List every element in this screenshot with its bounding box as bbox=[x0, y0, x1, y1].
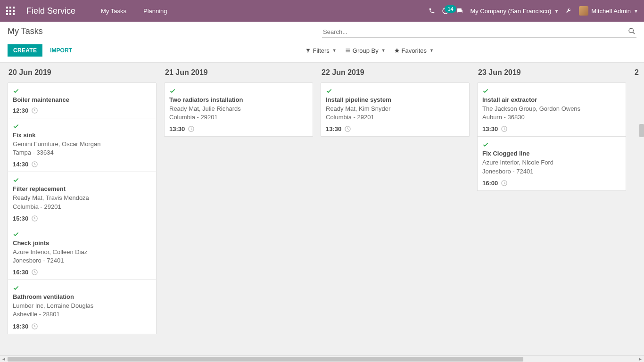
clock-icon bbox=[31, 107, 38, 114]
scrollbar-thumb[interactable] bbox=[8, 357, 523, 362]
create-button[interactable]: CREATE bbox=[8, 44, 42, 57]
task-title: Boiler maintenance bbox=[13, 96, 151, 103]
column-header[interactable]: 23 Jun 2019 bbox=[477, 68, 626, 77]
task-card[interactable]: Check jointsAzure Interior, Colleen Diaz… bbox=[8, 226, 157, 280]
check-icon bbox=[13, 123, 151, 130]
kanban-scroll[interactable]: 20 Jun 2019Boiler maintenance12:30Fix si… bbox=[0, 63, 644, 357]
filters-menu[interactable]: Filters ▼ bbox=[305, 47, 336, 54]
task-subline: Columbia - 29201 bbox=[169, 113, 308, 122]
search-box bbox=[322, 26, 636, 38]
kanban-column: 21 Jun 2019Two radiators installationRea… bbox=[164, 68, 313, 334]
task-footer: 16:30 bbox=[13, 269, 151, 276]
task-card[interactable]: Install pipeline systemReady Mat, Kim Sn… bbox=[321, 82, 470, 137]
chevron-down-icon: ▼ bbox=[429, 48, 434, 53]
app-name[interactable]: Field Service bbox=[26, 6, 75, 16]
task-card[interactable]: Fix sinkGemini Furniture, Oscar MorganTa… bbox=[8, 118, 157, 172]
clock-icon bbox=[501, 180, 508, 187]
favorites-menu[interactable]: Favorites ▼ bbox=[394, 47, 434, 54]
page-title: My Tasks bbox=[8, 26, 322, 36]
menu-planning[interactable]: Planning bbox=[139, 5, 172, 17]
vertical-scrollbar[interactable] bbox=[639, 124, 644, 137]
column-cards: Install pipeline systemReady Mat, Kim Sn… bbox=[321, 82, 470, 137]
navbar-right: 14 My Company (San Francisco) ▼ Mitchell… bbox=[429, 6, 638, 16]
task-title: Fix Clogged line bbox=[482, 150, 621, 157]
column-header[interactable]: 21 Jun 2019 bbox=[164, 68, 313, 77]
clock-icon bbox=[188, 125, 195, 132]
column-cards: Install air extractorThe Jackson Group, … bbox=[477, 82, 626, 191]
kanban-column: 23 Jun 2019Install air extractorThe Jack… bbox=[477, 68, 626, 334]
scroll-left-icon[interactable]: ◄ bbox=[0, 356, 8, 362]
user-name: Mitchell Admin bbox=[591, 8, 631, 15]
check-icon bbox=[13, 285, 151, 291]
task-title: Check joints bbox=[13, 239, 151, 247]
star-icon bbox=[394, 48, 400, 53]
task-subline: Jonesboro - 72401 bbox=[482, 167, 621, 176]
task-time: 13:30 bbox=[169, 125, 185, 132]
task-subline: Jonesboro - 72401 bbox=[13, 256, 151, 265]
task-subline: Azure Interior, Colleen Diaz bbox=[13, 248, 151, 256]
task-card[interactable]: Two radiators installationReady Mat, Jul… bbox=[164, 82, 313, 137]
svg-rect-2 bbox=[13, 7, 15, 8]
phone-icon[interactable] bbox=[429, 8, 435, 14]
tools-icon[interactable] bbox=[565, 8, 572, 15]
task-footer: 13:30 bbox=[326, 125, 464, 132]
task-subline: Auburn - 36830 bbox=[482, 113, 621, 122]
column-header[interactable]: 20 Jun 2019 bbox=[8, 68, 157, 77]
clock-icon bbox=[31, 161, 38, 168]
company-switcher[interactable]: My Company (San Francisco) ▼ bbox=[470, 8, 559, 15]
svg-rect-7 bbox=[9, 13, 11, 15]
activity-icon[interactable]: 14 bbox=[442, 7, 449, 15]
task-title: Filter replacement bbox=[13, 185, 151, 192]
apps-icon[interactable] bbox=[6, 6, 15, 16]
svg-rect-0 bbox=[6, 7, 8, 8]
task-time: 13:30 bbox=[326, 125, 341, 132]
svg-rect-4 bbox=[9, 10, 11, 12]
task-time: 14:30 bbox=[13, 161, 28, 168]
import-button[interactable]: IMPORT bbox=[44, 44, 78, 57]
task-time: 12:30 bbox=[13, 107, 28, 114]
column-cards: Boiler maintenance12:30Fix sinkGemini Fu… bbox=[8, 82, 157, 334]
discuss-icon[interactable] bbox=[456, 7, 463, 15]
column-header[interactable]: 2 bbox=[634, 68, 644, 77]
clock-icon bbox=[344, 125, 351, 132]
task-card[interactable]: Boiler maintenance12:30 bbox=[8, 82, 157, 118]
groupby-menu[interactable]: Group By ▼ bbox=[345, 47, 386, 54]
check-icon bbox=[13, 231, 151, 238]
column-header[interactable]: 22 Jun 2019 bbox=[321, 68, 470, 77]
task-card[interactable]: Install air extractorThe Jackson Group, … bbox=[477, 82, 626, 137]
task-subline: Tampa - 33634 bbox=[13, 148, 151, 157]
task-time: 16:30 bbox=[13, 269, 28, 276]
kanban-column: 22 Jun 2019Install pipeline systemReady … bbox=[321, 68, 470, 334]
task-subline: Ready Mat, Travis Mendoza bbox=[13, 194, 151, 202]
task-time: 16:00 bbox=[482, 180, 498, 187]
user-menu[interactable]: Mitchell Admin ▼ bbox=[579, 6, 638, 16]
task-card[interactable]: Bathroom ventilationLumber Inc, Lorraine… bbox=[8, 280, 157, 334]
scrollbar-track[interactable] bbox=[8, 356, 636, 362]
search-icon[interactable] bbox=[628, 27, 636, 35]
task-time: 18:30 bbox=[13, 323, 28, 330]
task-title: Install pipeline system bbox=[326, 96, 464, 103]
task-footer: 18:30 bbox=[13, 323, 151, 330]
notif-badge: 14 bbox=[445, 5, 456, 13]
clock-icon bbox=[31, 215, 38, 222]
clock-icon bbox=[31, 269, 38, 276]
search-input[interactable] bbox=[322, 26, 636, 38]
favorites-label: Favorites bbox=[402, 47, 427, 54]
top-navbar: Field Service My Tasks Planning 14 My Co… bbox=[0, 0, 644, 22]
task-footer: 16:00 bbox=[482, 180, 621, 187]
task-time: 15:30 bbox=[13, 215, 28, 222]
scroll-right-icon[interactable]: ► bbox=[636, 356, 644, 362]
check-icon bbox=[482, 88, 621, 94]
menu-my-tasks[interactable]: My Tasks bbox=[96, 5, 131, 17]
task-title: Two radiators installation bbox=[169, 96, 308, 103]
horizontal-scrollbar[interactable]: ◄ ► bbox=[0, 355, 644, 362]
check-icon bbox=[482, 141, 621, 148]
filters-label: Filters bbox=[313, 47, 329, 54]
task-subline: Asheville - 28801 bbox=[13, 310, 151, 319]
task-card[interactable]: Filter replacementReady Mat, Travis Mend… bbox=[8, 172, 157, 226]
task-card[interactable]: Fix Clogged lineAzure Interior, Nicole F… bbox=[477, 136, 626, 190]
svg-rect-13 bbox=[346, 50, 350, 51]
svg-rect-12 bbox=[346, 49, 350, 49]
kanban-column: 2 bbox=[634, 68, 644, 334]
svg-rect-5 bbox=[13, 10, 15, 12]
